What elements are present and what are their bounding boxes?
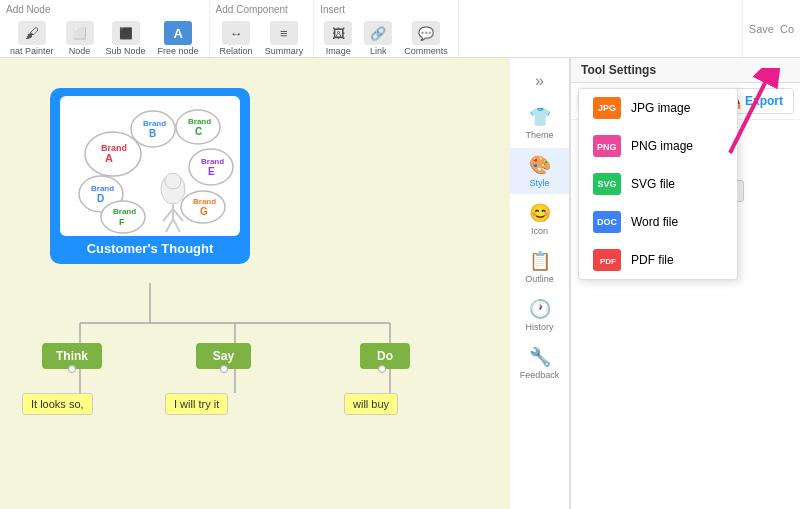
tool-settings-header: Tool Settings [571,58,800,83]
relation-label: Relation [220,46,253,56]
nat-painter-label: nat Painter [10,46,54,56]
svg-text:A: A [105,152,113,164]
svg-text:Brand: Brand [193,197,216,206]
will-buy-node[interactable]: will buy [344,393,398,415]
free-node-btn[interactable]: A Free node [154,19,203,58]
link-btn[interactable]: 🔗 Link [360,19,396,58]
add-component-section: Add Component ↔ Relation ≡ Summary [210,0,315,57]
svg-icon: SVG [593,173,621,195]
pdf-option[interactable]: PDF PDF file [579,241,737,279]
summary-btn[interactable]: ≡ Summary [261,19,308,58]
comments-btn[interactable]: 💬 Comments [400,19,452,58]
thought-bubble-svg: Brand A Brand B Brand C Brand D Brand E … [63,99,238,234]
doc-label: Word file [631,215,678,229]
svg-text:E: E [208,166,215,177]
svg-label: SVG file [631,177,675,191]
feedback-label: Feedback [520,370,560,380]
co-label: Co [780,23,794,35]
main-node-label: Customer's Thought [87,241,214,256]
image-btn[interactable]: 🖼 Image [320,19,356,58]
history-label: History [525,322,553,332]
image-label: Image [326,46,351,56]
svg-text:Brand: Brand [143,119,166,128]
do-node[interactable]: Do [360,343,410,369]
summary-label: Summary [265,46,304,56]
svg-text:Brand: Brand [188,117,211,126]
sidebar-item-icon[interactable]: 😊 Icon [510,196,569,242]
insert-title: Insert [320,4,345,15]
sidebar-item-feedback[interactable]: 🔧 Feedback [510,340,569,386]
tool-settings-header-toolbar: Save Co [742,0,800,57]
relation-btn[interactable]: ↔ Relation [216,19,257,58]
svg-option[interactable]: SVG SVG file [579,165,737,203]
comments-label: Comments [404,46,448,56]
sidebar-item-history[interactable]: 🕐 History [510,292,569,338]
think-connector [68,365,76,373]
png-label: PNG image [631,139,693,153]
sidebar-item-outline[interactable]: 📋 Outline [510,244,569,290]
left-thin-sidebar: » 👕 Theme 🎨 Style 😊 Icon 📋 Outline 🕐 His… [510,58,570,509]
insert-icons: 🖼 Image 🔗 Link 💬 Comments [320,19,452,58]
sidebar-item-style[interactable]: 🎨 Style [510,148,569,194]
export-label: Export [745,94,783,108]
insert-section: Insert 🖼 Image 🔗 Link 💬 Comments [314,0,459,57]
feedback-icon: 🔧 [529,346,551,368]
svg-line-12 [166,219,173,232]
sub-node-btn[interactable]: ⬛ Sub Node [102,19,150,58]
jpg-option[interactable]: JPG JPG image [579,89,737,127]
svg-text:Brand: Brand [91,184,114,193]
style-icon: 🎨 [529,154,551,176]
png-option[interactable]: PNG PNG image [579,127,737,165]
save-label: Save [749,23,774,35]
expand-btn[interactable]: » [531,64,548,98]
jpg-label: JPG image [631,101,690,115]
sub-node-label: Sub Node [106,46,146,56]
nat-painter-btn[interactable]: 🖌 nat Painter [6,19,58,58]
svg-text:PDF: PDF [600,257,616,266]
main-area: Brand A Brand B Brand C Brand D Brand E … [0,58,800,509]
svg-text:Brand: Brand [113,207,136,216]
svg-text:G: G [200,206,208,217]
pdf-icon: PDF [593,249,621,271]
png-icon: PNG [593,135,621,157]
icon-label-text: Icon [531,226,548,236]
svg-point-15 [85,132,141,176]
add-node-title: Add Node [6,4,50,15]
main-toolbar: Add Node 🖌 nat Painter ⬜ Node ⬛ Sub Node… [0,0,800,58]
outline-icon: 📋 [529,250,551,272]
add-node-section: Add Node 🖌 nat Painter ⬜ Node ⬛ Sub Node… [0,0,210,57]
say-connector [220,365,228,373]
outline-label: Outline [525,274,554,284]
svg-text:PNG: PNG [597,142,617,152]
sidebar-item-theme[interactable]: 👕 Theme [510,100,569,146]
doc-icon: DOC [593,211,621,233]
do-connector [378,365,386,373]
i-will-try-it-node[interactable]: I will try it [165,393,228,415]
history-icon: 🕐 [529,298,551,320]
jpg-icon: JPG [593,97,621,119]
add-node-icons: 🖌 nat Painter ⬜ Node ⬛ Sub Node A Free n… [6,19,203,58]
svg-text:Brand: Brand [201,157,224,166]
icon-icon: 😊 [529,202,551,224]
node-btn[interactable]: ⬜ Node [62,19,98,58]
it-looks-so-node[interactable]: It looks so, [22,393,93,415]
main-node[interactable]: Brand A Brand B Brand C Brand D Brand E … [50,88,250,264]
node-label: Node [69,46,91,56]
pdf-label: PDF file [631,253,674,267]
style-label: Style [529,178,549,188]
svg-text:D: D [97,193,104,204]
theme-icon: 👕 [529,106,551,128]
free-node-label: Free node [158,46,199,56]
svg-point-14 [165,173,181,189]
doc-option[interactable]: DOC Word file [579,203,737,241]
link-label: Link [370,46,387,56]
add-component-icons: ↔ Relation ≡ Summary [216,19,308,58]
svg-line-10 [163,209,173,221]
svg-line-13 [173,219,180,232]
svg-text:F: F [119,217,125,227]
main-node-image: Brand A Brand B Brand C Brand D Brand E … [60,96,240,236]
theme-label: Theme [525,130,553,140]
export-dropdown: JPG JPG image PNG PNG image SVG SVG file… [578,88,738,280]
add-component-title: Add Component [216,4,288,15]
svg-text:C: C [195,126,202,137]
